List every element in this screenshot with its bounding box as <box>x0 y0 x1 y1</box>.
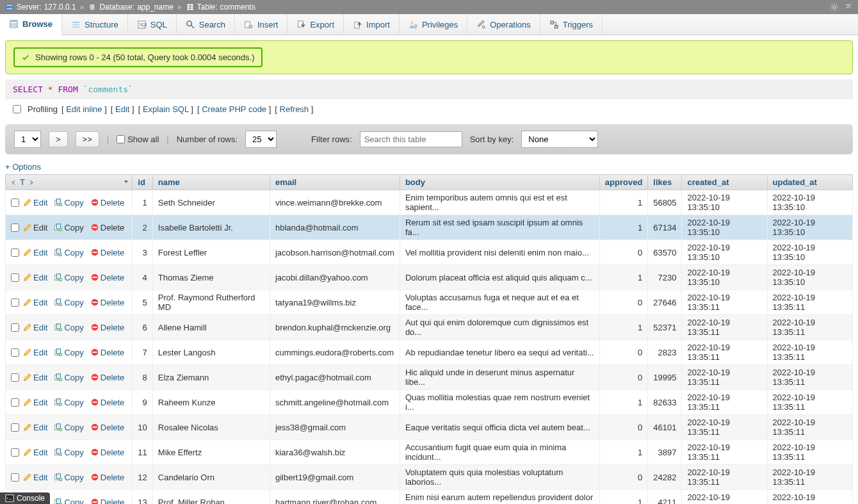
tab-operations[interactable]: Operations <box>467 14 540 35</box>
th-name[interactable]: name <box>152 175 270 190</box>
rows-select[interactable]: 25 <box>245 131 277 148</box>
delete-icon <box>90 198 99 207</box>
copy-action[interactable]: Copy <box>54 248 83 257</box>
row-checkbox[interactable] <box>11 373 19 382</box>
row-checkbox[interactable] <box>11 348 19 357</box>
copy-action[interactable]: Copy <box>54 298 83 307</box>
edit-action[interactable]: Edit <box>23 448 47 457</box>
sort-select[interactable]: None <box>521 131 598 148</box>
breadcrumb-database[interactable]: Database: app_name <box>88 3 173 12</box>
edit-action[interactable]: Edit <box>23 473 47 482</box>
collapse-icon[interactable] <box>844 3 853 12</box>
breadcrumb-server[interactable]: Server: 127.0.0.1 <box>5 3 76 12</box>
svg-rect-120 <box>6 495 13 502</box>
row-checkbox[interactable] <box>11 199 19 207</box>
delete-action[interactable]: Delete <box>90 373 125 382</box>
edit-inline-link[interactable]: Edit inline <box>66 104 102 114</box>
console-bar[interactable]: Console <box>0 492 50 504</box>
svg-rect-94 <box>92 501 97 503</box>
th-likes[interactable]: likes <box>648 175 682 190</box>
next-page-button[interactable]: > <box>49 131 68 147</box>
delete-action[interactable]: Delete <box>90 198 125 207</box>
show-all-checkbox[interactable] <box>117 135 125 143</box>
delete-action[interactable]: Delete <box>90 498 125 505</box>
delete-action[interactable]: Delete <box>90 448 125 457</box>
edit-action[interactable]: Edit <box>23 198 47 207</box>
row-checkbox[interactable] <box>11 423 19 432</box>
page-select[interactable]: 1 <box>14 131 41 148</box>
browse-icon <box>9 19 19 29</box>
row-checkbox[interactable] <box>11 298 19 307</box>
create-php-link[interactable]: Create PHP code <box>202 104 266 114</box>
row-checkbox[interactable] <box>11 323 19 332</box>
th-approved[interactable]: approved <box>599 175 648 190</box>
copy-action[interactable]: Copy <box>54 198 83 207</box>
delete-action[interactable]: Delete <box>90 248 125 257</box>
delete-action[interactable]: Delete <box>90 273 125 282</box>
refresh-link[interactable]: Refresh <box>280 104 309 114</box>
profiling-checkbox[interactable] <box>13 105 21 113</box>
delete-action[interactable]: Delete <box>90 348 125 357</box>
tab-structure[interactable]: Structure <box>62 14 128 35</box>
options-link[interactable]: + Options <box>5 159 41 174</box>
tab-privileges[interactable]: Privileges <box>400 14 467 35</box>
copy-action[interactable]: Copy <box>54 423 83 432</box>
edit-action[interactable]: Edit <box>23 423 47 432</box>
edit-action[interactable]: Edit <box>23 348 47 357</box>
last-page-button[interactable]: >> <box>76 131 99 147</box>
tab-browse[interactable]: Browse <box>0 14 62 35</box>
breadcrumb-table[interactable]: Table: comments <box>186 3 255 12</box>
edit-action[interactable]: Edit <box>23 373 47 382</box>
cell-email: jacobi.dillan@yahoo.com <box>270 265 400 290</box>
row-checkbox[interactable] <box>11 448 19 457</box>
row-checkbox[interactable] <box>11 224 19 232</box>
row-checkbox[interactable] <box>11 398 19 407</box>
table-icon <box>186 3 195 12</box>
arrow-left-icon[interactable] <box>11 179 17 186</box>
row-checkbox[interactable] <box>11 273 19 282</box>
edit-action[interactable]: Edit <box>23 398 47 407</box>
copy-action[interactable]: Copy <box>54 323 83 332</box>
edit-action[interactable]: Edit <box>23 298 47 307</box>
tab-triggers[interactable]: Triggers <box>540 14 603 35</box>
copy-action[interactable]: Copy <box>54 473 83 482</box>
th-body[interactable]: body <box>400 175 599 190</box>
edit-action[interactable]: Edit <box>23 273 47 282</box>
copy-action[interactable]: Copy <box>54 498 83 505</box>
cell-created-at: 2022-10-19 13:35:11 <box>682 340 767 365</box>
edit-action[interactable]: Edit <box>23 223 47 232</box>
edit-action[interactable]: Edit <box>23 248 47 257</box>
th-id[interactable]: id <box>133 175 152 190</box>
cell-body: Rerum sit est sed ipsam suscipit ipsum a… <box>400 215 599 240</box>
cell-name: Thomas Zieme <box>152 265 270 290</box>
row-checkbox[interactable] <box>11 473 19 482</box>
tab-insert[interactable]: Insert <box>235 14 288 35</box>
copy-action[interactable]: Copy <box>54 448 83 457</box>
filter-input[interactable] <box>360 131 462 147</box>
tab-import[interactable]: Import <box>344 14 400 35</box>
copy-action[interactable]: Copy <box>54 373 83 382</box>
delete-action[interactable]: Delete <box>90 423 125 432</box>
copy-action[interactable]: Copy <box>54 398 83 407</box>
dropdown-icon[interactable] <box>123 179 129 185</box>
edit-link[interactable]: Edit <box>115 104 129 114</box>
gear-icon[interactable] <box>830 3 839 12</box>
tab-export[interactable]: Export <box>287 14 344 35</box>
arrow-right-icon[interactable] <box>28 179 34 186</box>
explain-link[interactable]: Explain SQL <box>143 104 189 114</box>
delete-action[interactable]: Delete <box>90 223 125 232</box>
tab-sql[interactable]: SQL SQL <box>128 14 177 35</box>
delete-action[interactable]: Delete <box>90 323 125 332</box>
th-email[interactable]: email <box>270 175 400 190</box>
delete-action[interactable]: Delete <box>90 298 125 307</box>
delete-action[interactable]: Delete <box>90 473 125 482</box>
edit-action[interactable]: Edit <box>23 323 47 332</box>
row-checkbox[interactable] <box>11 248 19 257</box>
tab-search[interactable]: Search <box>177 14 235 35</box>
th-created-at[interactable]: created_at <box>682 175 767 190</box>
copy-action[interactable]: Copy <box>54 273 83 282</box>
copy-action[interactable]: Copy <box>54 348 83 357</box>
delete-action[interactable]: Delete <box>90 398 125 407</box>
copy-action[interactable]: Copy <box>54 223 83 232</box>
th-updated-at[interactable]: updated_at <box>767 175 852 190</box>
